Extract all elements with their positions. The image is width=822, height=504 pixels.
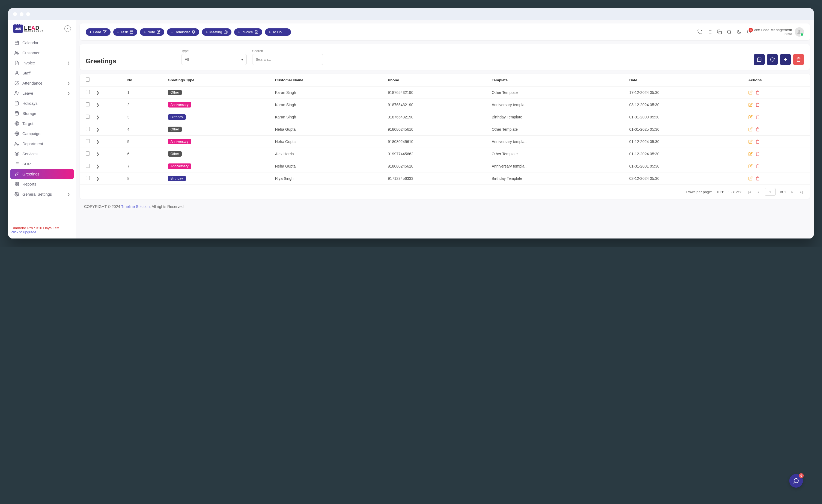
dark-mode-icon[interactable] bbox=[737, 29, 742, 34]
row-checkbox[interactable] bbox=[86, 102, 90, 106]
edit-button[interactable] bbox=[748, 176, 753, 181]
refresh-button[interactable] bbox=[767, 54, 778, 65]
upgrade-link[interactable]: click to upgrade bbox=[11, 230, 73, 234]
task-pill[interactable]: +Task bbox=[113, 28, 137, 36]
brand-logo[interactable]: 365 LEAD MANAGEMENT bbox=[13, 25, 43, 33]
edit-button[interactable] bbox=[748, 90, 753, 95]
footer-link[interactable]: Trueline Solution bbox=[121, 204, 150, 209]
sidebar-item-sop[interactable]: SOP bbox=[10, 159, 74, 169]
row-checkbox[interactable] bbox=[86, 176, 90, 180]
greeting-type-badge: Anniversary bbox=[168, 102, 191, 107]
row-checkbox[interactable] bbox=[86, 115, 90, 119]
row-checkbox[interactable] bbox=[86, 127, 90, 131]
sidebar-collapse-button[interactable] bbox=[64, 25, 71, 32]
edit-button[interactable] bbox=[748, 164, 753, 168]
expand-row-icon[interactable]: ❯ bbox=[96, 127, 99, 131]
list-icon[interactable] bbox=[707, 29, 712, 34]
sidebar-item-department[interactable]: Department bbox=[10, 139, 74, 149]
expand-row-icon[interactable]: ❯ bbox=[96, 91, 99, 95]
sidebar-item-storage[interactable]: Storage bbox=[10, 108, 74, 118]
page-input[interactable] bbox=[765, 188, 776, 196]
window-dot[interactable] bbox=[26, 12, 30, 16]
meeting-pill[interactable]: +Meeting bbox=[202, 28, 232, 36]
edit-button[interactable] bbox=[748, 115, 753, 119]
user-icon bbox=[14, 71, 19, 75]
sidebar-item-target[interactable]: Target bbox=[10, 118, 74, 128]
sidebar-item-services[interactable]: Services bbox=[10, 149, 74, 159]
delete-row-button[interactable] bbox=[755, 176, 760, 181]
sidebar: 365 LEAD MANAGEMENT Calendar Customer In… bbox=[8, 20, 76, 238]
template: Birthday Template bbox=[488, 111, 626, 123]
invoice-pill[interactable]: +Invoice bbox=[234, 28, 262, 36]
expand-row-icon[interactable]: ❯ bbox=[96, 103, 99, 107]
edit-button[interactable] bbox=[748, 152, 753, 156]
expand-row-icon[interactable]: ❯ bbox=[96, 115, 99, 119]
svg-rect-36 bbox=[15, 184, 16, 186]
chevron-down-icon: ▾ bbox=[722, 190, 724, 194]
to-do-pill[interactable]: +To Do bbox=[265, 28, 291, 36]
delete-row-button[interactable] bbox=[755, 139, 760, 144]
expand-row-icon[interactable]: ❯ bbox=[96, 176, 99, 181]
topbar: +Lead+Task+Note+Reminder+Meeting+Invoice… bbox=[80, 23, 810, 40]
copy-icon[interactable] bbox=[717, 29, 722, 34]
chevron-down-icon: ▾ bbox=[241, 57, 243, 62]
expand-row-icon[interactable]: ❯ bbox=[96, 152, 99, 156]
row-checkbox[interactable] bbox=[86, 151, 90, 155]
expand-row-icon[interactable]: ❯ bbox=[96, 140, 99, 144]
greeting-type-badge: Anniversary bbox=[168, 163, 191, 169]
first-page-button[interactable]: |◂ bbox=[747, 190, 752, 194]
search-icon[interactable] bbox=[727, 29, 732, 34]
sidebar-item-customer[interactable]: Customer bbox=[10, 48, 74, 58]
edit-button[interactable] bbox=[748, 127, 753, 131]
add-button[interactable] bbox=[780, 54, 791, 65]
row-checkbox[interactable] bbox=[86, 164, 90, 168]
rows-per-page-select[interactable]: 10 ▾ bbox=[716, 190, 724, 194]
edit-button[interactable] bbox=[748, 139, 753, 144]
user-menu[interactable]: 365 Lead Management Store bbox=[754, 27, 804, 37]
sidebar-item-general-settings[interactable]: General Settings ❯ bbox=[10, 189, 74, 199]
delete-row-button[interactable] bbox=[755, 127, 760, 131]
svg-point-22 bbox=[15, 142, 17, 143]
sidebar-item-invoice[interactable]: Invoice ❯ bbox=[10, 58, 74, 68]
delete-row-button[interactable] bbox=[755, 115, 760, 119]
customer-name: Karan Singh bbox=[272, 99, 385, 111]
calendar-button[interactable] bbox=[754, 54, 765, 65]
sidebar-item-staff[interactable]: Staff bbox=[10, 68, 74, 78]
type-filter-select[interactable]: All ▾ bbox=[181, 54, 247, 65]
search-input[interactable] bbox=[252, 54, 323, 65]
delete-row-button[interactable] bbox=[755, 90, 760, 95]
missed-call-icon[interactable] bbox=[697, 29, 702, 34]
last-page-button[interactable]: ▸| bbox=[799, 190, 804, 194]
window-dot[interactable] bbox=[20, 12, 23, 16]
row-checkbox[interactable] bbox=[86, 139, 90, 143]
delete-button[interactable] bbox=[793, 54, 804, 65]
page-of-label: of 1 bbox=[780, 190, 786, 194]
sidebar-item-holidays[interactable]: Holidays bbox=[10, 98, 74, 108]
sidebar-item-greetings[interactable]: Greetings bbox=[10, 169, 74, 179]
edit-button[interactable] bbox=[748, 103, 753, 107]
sidebar-item-campaign[interactable]: Campaign bbox=[10, 128, 74, 139]
delete-row-button[interactable] bbox=[755, 152, 760, 156]
delete-row-button[interactable] bbox=[755, 103, 760, 107]
sidebar-item-calendar[interactable]: Calendar bbox=[10, 38, 74, 48]
sidebar-item-leave[interactable]: Leave ❯ bbox=[10, 88, 74, 98]
window-dot[interactable] bbox=[13, 12, 17, 16]
customer-name: Neha Gupta bbox=[272, 160, 385, 172]
confetti-icon bbox=[14, 172, 19, 176]
expand-row-icon[interactable]: ❯ bbox=[96, 164, 99, 168]
sidebar-item-reports[interactable]: Reports bbox=[10, 179, 74, 189]
next-page-button[interactable]: ▸ bbox=[790, 190, 794, 194]
row-no: 7 bbox=[124, 160, 164, 172]
calendar-icon bbox=[130, 30, 133, 34]
phone: 918080245610 bbox=[385, 123, 488, 136]
avatar[interactable] bbox=[795, 27, 804, 37]
sidebar-item-attendance[interactable]: Attendance ❯ bbox=[10, 78, 74, 88]
reminder-pill[interactable]: +Reminder bbox=[167, 28, 199, 36]
prev-page-button[interactable]: ◂ bbox=[756, 190, 760, 194]
lead-pill[interactable]: +Lead bbox=[86, 28, 110, 36]
select-all-checkbox[interactable] bbox=[86, 77, 90, 82]
delete-row-button[interactable] bbox=[755, 164, 760, 168]
note-pill[interactable]: +Note bbox=[140, 28, 164, 36]
row-checkbox[interactable] bbox=[86, 90, 90, 94]
notification-bell-icon[interactable]: 3 bbox=[746, 29, 751, 34]
